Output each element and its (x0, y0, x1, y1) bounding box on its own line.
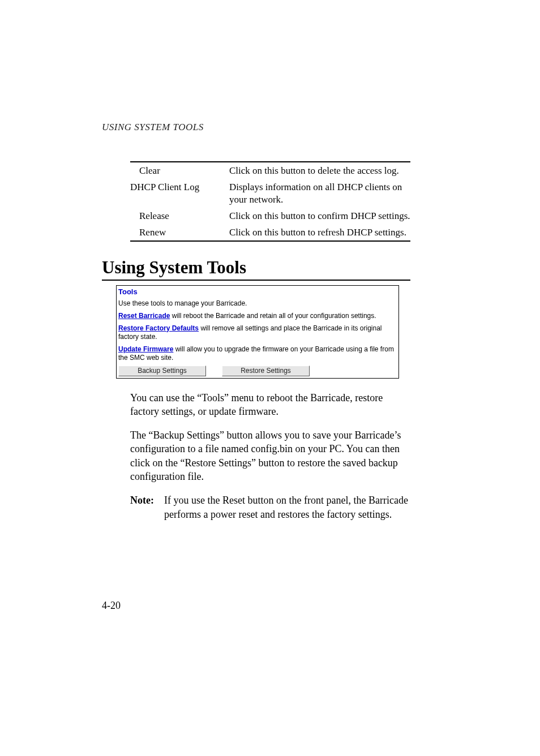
note-label: Note: (130, 493, 164, 521)
section-heading: Using System Tools (102, 257, 410, 281)
table-cell-desc: Click on this button to refresh DHCP set… (229, 224, 410, 241)
note-block: Note: If you use the Reset button on the… (130, 493, 413, 521)
table-cell-label: Release (130, 208, 229, 224)
tools-button-row: Backup Settings Restore Settings (117, 364, 398, 378)
body-paragraph: The “Backup Settings” button allows you … (130, 428, 413, 483)
table-row: DHCP Client Log Displays information on … (130, 179, 410, 208)
tools-item: Reset Barricade will reboot the Barricad… (117, 310, 398, 323)
reset-barricade-link[interactable]: Reset Barricade (118, 312, 170, 320)
table-row: Renew Click on this button to refresh DH… (130, 224, 410, 241)
tools-panel: Tools Use these tools to manage your Bar… (116, 285, 399, 378)
body-paragraph: You can use the “Tools” menu to reboot t… (130, 391, 413, 419)
table-row: Clear Click on this button to delete the… (130, 162, 410, 179)
note-text: If you use the Reset button on the front… (164, 493, 413, 521)
table-cell-label: Clear (130, 162, 229, 179)
table-row: Release Click on this button to confirm … (130, 208, 410, 224)
tools-intro: Use these tools to manage your Barricade… (117, 298, 398, 310)
page-number: 4-20 (102, 600, 121, 612)
restore-factory-defaults-link[interactable]: Restore Factory Defaults (118, 324, 199, 332)
tools-item: Restore Factory Defaults will remove all… (117, 323, 398, 343)
update-firmware-link[interactable]: Update Firmware (118, 345, 173, 353)
table-cell-label: Renew (130, 224, 229, 241)
tools-item: Update Firmware will allow you to upgrad… (117, 343, 398, 364)
running-head: USING SYSTEM TOOLS (102, 122, 444, 133)
table-cell-label: DHCP Client Log (130, 179, 229, 208)
reference-table: Clear Click on this button to delete the… (130, 161, 410, 242)
table-cell-desc: Displays information on all DHCP clients… (229, 179, 410, 208)
table-cell-desc: Click on this button to delete the acces… (229, 162, 410, 179)
backup-settings-button[interactable]: Backup Settings (118, 366, 206, 376)
restore-settings-button[interactable]: Restore Settings (222, 366, 310, 376)
table-cell-desc: Click on this button to confirm DHCP set… (229, 208, 410, 224)
tools-title: Tools (117, 286, 398, 297)
tools-item-text: will reboot the Barricade and retain all… (170, 312, 376, 320)
